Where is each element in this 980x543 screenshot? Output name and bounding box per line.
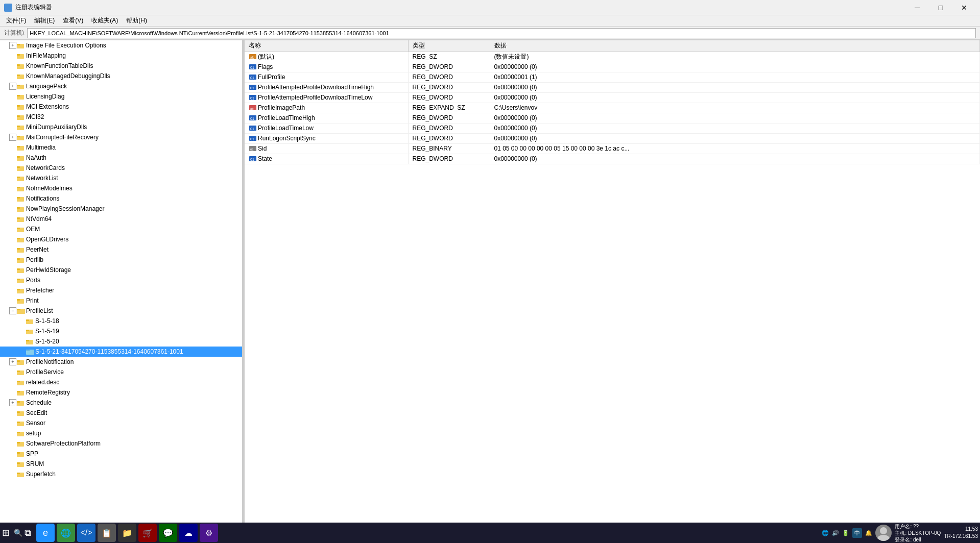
- tree-label-notifications: Notifications: [26, 195, 59, 202]
- table-row[interactable]: 01StateREG_DWORD0x00000000 (0): [245, 154, 980, 164]
- tree-item-perflib[interactable]: Perflib: [0, 255, 242, 265]
- tree-item-srum[interactable]: SRUM: [0, 459, 242, 469]
- taskbar-item4[interactable]: 📋: [98, 524, 116, 542]
- tree-item-relatedDesc[interactable]: related.desc: [0, 377, 242, 387]
- tree-item-profileNotification[interactable]: +ProfileNotification: [0, 357, 242, 367]
- table-row[interactable]: 01FlagsREG_DWORD0x00000000 (0): [245, 62, 980, 72]
- tree-item-remoteRegistry[interactable]: RemoteRegistry: [0, 387, 242, 398]
- tree-item-spp[interactable]: SPP: [0, 449, 242, 459]
- tree-item-s1519[interactable]: S-1-5-19: [0, 326, 242, 336]
- taskbar-vscode[interactable]: </>: [77, 524, 95, 542]
- registry-tree[interactable]: +Image File Execution OptionsIniFileMapp…: [0, 40, 243, 528]
- expand-btn-msiCorruptedFileRecovery[interactable]: +: [9, 134, 16, 141]
- menu-edit[interactable]: 编辑(E): [30, 15, 59, 26]
- tree-item-softwareProtectionPlatform[interactable]: SoftwareProtectionPlatform: [0, 438, 242, 449]
- menu-favorites[interactable]: 收藏夹(A): [87, 15, 122, 26]
- registry-values: 名称 类型 数据 ab(默认)REG_SZ(数值未设置)01FlagsREG_D…: [245, 40, 980, 528]
- start-button[interactable]: ⊞: [2, 527, 10, 538]
- tree-item-ntVdm64[interactable]: NtVdm64: [0, 214, 242, 224]
- menu-view[interactable]: 查看(V): [59, 15, 87, 26]
- tree-item-knownManagedDebuggingDlls[interactable]: KnownManagedDebuggingDlls: [0, 71, 242, 81]
- tree-item-knownFunctionTableDlls[interactable]: KnownFunctionTableDlls: [0, 61, 242, 71]
- svg-text:01: 01: [250, 117, 254, 120]
- tree-item-schedule[interactable]: +Schedule: [0, 398, 242, 408]
- svg-rect-21: [17, 126, 20, 127]
- tree-item-print[interactable]: Print: [0, 295, 242, 306]
- taskbar-chrome[interactable]: 🌐: [57, 524, 75, 542]
- sys-username: 用户名: ??: [895, 523, 941, 530]
- table-row[interactable]: 01ProfileAttemptedProfileDownloadTimeHig…: [245, 82, 980, 92]
- table-row[interactable]: 01ProfileLoadTimeLowREG_DWORD0x00000000 …: [245, 123, 980, 133]
- table-row[interactable]: 01ProfileLoadTimeHighREG_DWORD0x00000000…: [245, 113, 980, 123]
- tree-item-profileList[interactable]: −ProfileList: [0, 306, 242, 316]
- table-row[interactable]: 01SidREG_BINARY01 05 00 00 00 00 00 05 1…: [245, 143, 980, 154]
- taskbar-item6[interactable]: 🛒: [138, 524, 157, 542]
- col-header-name[interactable]: 名称: [245, 40, 408, 52]
- tree-item-perHwIdStorage[interactable]: PerHwIdStorage: [0, 265, 242, 275]
- folder-icon-softwareProtectionPlatform: [17, 440, 25, 447]
- tree-item-oem[interactable]: OEM: [0, 224, 242, 234]
- entry-name: 01Flags: [245, 62, 408, 72]
- tree-item-setup[interactable]: setup: [0, 428, 242, 438]
- menu-help[interactable]: 帮助(H): [122, 15, 151, 26]
- svg-rect-7: [17, 54, 20, 56]
- tree-item-nowPlayingSessionManager[interactable]: NowPlayingSessionManager: [0, 204, 242, 214]
- tree-item-multimedia[interactable]: Multimedia: [0, 142, 242, 153]
- ime-indicator[interactable]: 中: [852, 528, 862, 538]
- tree-item-naAuth[interactable]: NaAuth: [0, 153, 242, 163]
- close-button[interactable]: ✕: [952, 0, 976, 15]
- tree-item-s1520[interactable]: S-1-5-20: [0, 336, 242, 347]
- table-row[interactable]: 01ProfileAttemptedProfileDownloadTimeLow…: [245, 92, 980, 103]
- tree-item-mci32[interactable]: MCI32: [0, 112, 242, 122]
- col-header-type[interactable]: 类型: [408, 40, 490, 52]
- tree-item-iniFileMapping[interactable]: IniFileMapping: [0, 51, 242, 61]
- expand-btn-imageFileExecution[interactable]: +: [9, 42, 16, 49]
- svg-text:01: 01: [250, 76, 254, 80]
- tree-item-imageFileExecution[interactable]: +Image File Execution Options: [0, 40, 242, 51]
- expand-btn-profileList[interactable]: −: [9, 307, 16, 314]
- tree-item-miniDumpAuxiliaryDlls[interactable]: MiniDumpAuxiliaryDlls: [0, 122, 242, 132]
- tree-item-s15211001[interactable]: S-1-5-21-3417054270-1153855314-164060736…: [0, 347, 242, 357]
- table-row[interactable]: abProfileImagePathREG_EXPAND_SZC:\Users\…: [245, 103, 980, 113]
- tree-item-superfetch[interactable]: Superfetch: [0, 469, 242, 479]
- entry-data: 0x00000000 (0): [490, 154, 980, 164]
- table-row[interactable]: ab(默认)REG_SZ(数值未设置): [245, 52, 980, 62]
- address-input[interactable]: [27, 28, 976, 38]
- tree-item-prefetcher[interactable]: Prefetcher: [0, 285, 242, 295]
- expand-btn-profileNotification[interactable]: +: [9, 358, 16, 365]
- tree-item-profileService[interactable]: ProfileService: [0, 367, 242, 377]
- notification-icon[interactable]: 🔔: [865, 530, 872, 536]
- taskbar-item5[interactable]: 📁: [118, 524, 136, 542]
- taskbar-regedit[interactable]: ⚙: [200, 524, 218, 542]
- tree-item-mciExtensions[interactable]: MCI Extensions: [0, 102, 242, 112]
- tree-item-openGLDrivers[interactable]: OpenGLDrivers: [0, 234, 242, 244]
- tree-item-msiCorruptedFileRecovery[interactable]: +MsiCorruptedFileRecovery: [0, 132, 242, 142]
- folder-icon-licensingDiag: [17, 93, 25, 100]
- tree-item-licensingDiag[interactable]: LicensingDiag: [0, 91, 242, 102]
- tree-item-sensor[interactable]: Sensor: [0, 418, 242, 428]
- col-header-data[interactable]: 数据: [490, 40, 980, 52]
- tree-item-ports[interactable]: Ports: [0, 275, 242, 285]
- taskbar-item8[interactable]: ☁: [179, 524, 198, 542]
- tree-item-notifications[interactable]: Notifications: [0, 193, 242, 204]
- tree-item-peerNet[interactable]: PeerNet: [0, 244, 242, 255]
- maximize-button[interactable]: □: [929, 0, 952, 15]
- table-row[interactable]: 01RunLogonScriptSyncREG_DWORD0x00000000 …: [245, 133, 980, 143]
- search-taskbar[interactable]: 🔍: [14, 529, 22, 537]
- tree-item-networkList[interactable]: NetworkList: [0, 173, 242, 183]
- minimize-button[interactable]: ─: [905, 0, 929, 15]
- folder-icon-perflib: [17, 256, 25, 263]
- task-view-button[interactable]: ⧉: [25, 528, 31, 538]
- taskbar-item7[interactable]: 💬: [159, 524, 177, 542]
- menu-file[interactable]: 文件(F): [2, 15, 30, 26]
- taskbar-edge[interactable]: e: [36, 524, 55, 542]
- tree-item-secEdit[interactable]: SecEdit: [0, 408, 242, 418]
- tree-item-noImeModelmes[interactable]: NoImeModelmes: [0, 183, 242, 193]
- tree-item-languagePack[interactable]: +LanguagePack: [0, 81, 242, 91]
- expand-btn-schedule[interactable]: +: [9, 399, 16, 406]
- tree-item-s1518[interactable]: S-1-5-18: [0, 316, 242, 326]
- expand-btn-languagePack[interactable]: +: [9, 83, 16, 90]
- tree-item-networkCards[interactable]: NetworkCards: [0, 163, 242, 173]
- svg-rect-27: [17, 156, 20, 158]
- table-row[interactable]: 01FullProfileREG_DWORD0x00000001 (1): [245, 72, 980, 82]
